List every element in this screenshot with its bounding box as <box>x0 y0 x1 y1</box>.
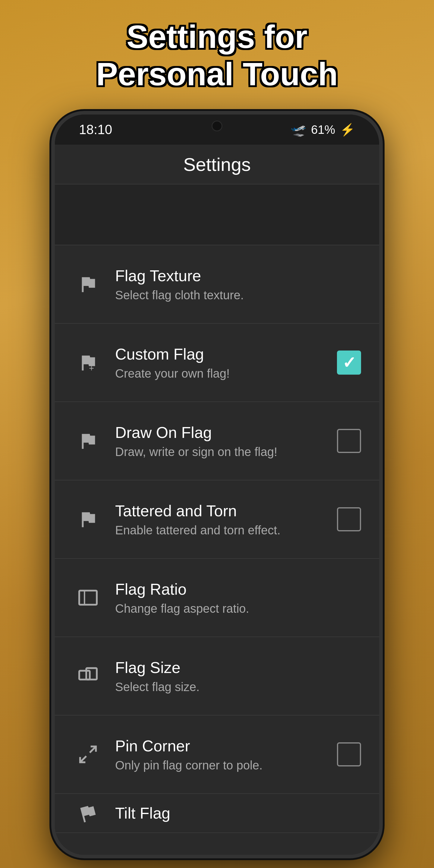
settings-item-pin-corner[interactable]: Pin Corner Only pin flag corner to pole. <box>55 715 379 794</box>
app-bar: Settings <box>55 145 379 184</box>
settings-item-flag-size[interactable]: Flag Size Select flag size. <box>55 637 379 715</box>
tattered-torn-title: Tattered and Torn <box>115 502 331 520</box>
settings-item-flag-texture[interactable]: Flag Texture Select flag cloth texture. <box>55 245 379 324</box>
custom-flag-title: Custom Flag <box>115 345 331 363</box>
draw-on-flag-checkbox[interactable] <box>337 429 361 453</box>
tattered-torn-subtitle: Enable tattered and torn effect. <box>115 524 331 537</box>
settings-item-tattered-torn[interactable]: Tattered and Torn Enable tattered and to… <box>55 480 379 559</box>
camera-notch <box>212 121 222 131</box>
pin-corner-icon <box>73 744 103 765</box>
settings-item-custom-flag[interactable]: + Custom Flag Create your own flag! ✓ <box>55 324 379 402</box>
status-right: 🛫 61% ⚡ <box>290 122 355 137</box>
app-bar-title: Settings <box>183 154 251 175</box>
svg-rect-2 <box>79 591 97 605</box>
flag-ratio-icon <box>73 587 103 608</box>
svg-line-7 <box>80 756 86 762</box>
tattered-torn-checkbox[interactable] <box>337 507 361 531</box>
flag-ratio-subtitle: Change flag aspect ratio. <box>115 602 361 615</box>
draw-on-flag-subtitle: Draw, write or sign on the flag! <box>115 445 331 459</box>
svg-text:+: + <box>89 364 94 373</box>
pin-corner-checkbox[interactable] <box>337 742 361 767</box>
flag-size-subtitle: Select flag size. <box>115 680 361 694</box>
custom-flag-subtitle: Create your own flag! <box>115 367 331 380</box>
battery-bolt-icon: ⚡ <box>340 123 355 137</box>
pin-corner-title: Pin Corner <box>115 737 331 755</box>
flag-size-title: Flag Size <box>115 658 361 677</box>
custom-flag-checkbox[interactable]: ✓ <box>337 350 361 375</box>
flag-texture-title: Flag Texture <box>115 267 361 285</box>
svg-line-6 <box>90 747 96 752</box>
draw-on-flag-title: Draw On Flag <box>115 424 331 441</box>
flag-ratio-title: Flag Ratio <box>115 580 361 598</box>
settings-item-tilt-flag[interactable]: Tilt Flag <box>55 794 379 833</box>
settings-list: Flag Texture Select flag cloth texture. … <box>55 245 379 855</box>
tilt-flag-title: Tilt Flag <box>115 804 361 822</box>
svg-rect-4 <box>79 671 90 680</box>
tilt-flag-icon <box>73 803 103 824</box>
settings-item-draw-on-flag[interactable]: Draw On Flag Draw, write or sign on the … <box>55 402 379 480</box>
tattered-torn-icon <box>73 509 103 530</box>
custom-flag-icon: + <box>73 352 103 373</box>
status-time: 18:10 <box>79 122 112 137</box>
pin-corner-subtitle: Only pin flag corner to pole. <box>115 758 331 772</box>
flag-texture-subtitle: Select flag cloth texture. <box>115 288 361 302</box>
airplane-mode-icon: 🛫 <box>290 122 306 137</box>
svg-rect-5 <box>86 668 97 680</box>
phone-frame: 18:10 🛫 61% ⚡ Settings Flag Texture Sele… <box>51 111 383 858</box>
settings-item-flag-ratio[interactable]: Flag Ratio Change flag aspect ratio. <box>55 559 379 637</box>
empty-section <box>55 184 379 245</box>
page-title: Settings for Personal Touch <box>72 18 362 93</box>
draw-on-flag-icon <box>73 430 103 452</box>
flag-size-icon <box>73 665 103 687</box>
flag-texture-icon <box>73 274 103 295</box>
battery-percentage: 61% <box>311 123 335 136</box>
